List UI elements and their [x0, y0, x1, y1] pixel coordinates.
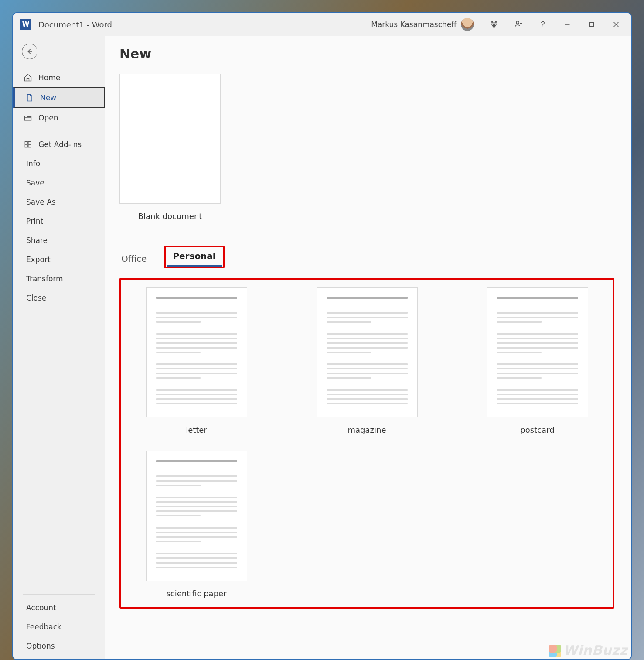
- nav-label: Home: [38, 73, 60, 82]
- svg-rect-6: [25, 141, 27, 144]
- template-thumb: [487, 287, 588, 417]
- nav-label: Share: [26, 236, 48, 245]
- svg-rect-7: [28, 141, 31, 144]
- nav-print[interactable]: Print: [13, 212, 105, 231]
- user-avatar[interactable]: [461, 18, 474, 31]
- tab-office[interactable]: Office: [119, 250, 148, 268]
- svg-rect-9: [28, 145, 31, 147]
- nav-label: Open: [38, 113, 58, 122]
- nav-label: New: [40, 93, 56, 102]
- help-icon[interactable]: [531, 14, 555, 35]
- template-thumb: [146, 287, 247, 417]
- template-thumb: [146, 451, 247, 581]
- nav-label: Get Add-ins: [38, 140, 82, 149]
- watermark: WinBuzz: [549, 643, 627, 658]
- backstage-sidebar: Home New Open Get Add-ins Info Save Save…: [13, 36, 105, 659]
- template-tabs: Office Personal: [119, 246, 614, 268]
- template-label: magazine: [348, 425, 386, 434]
- template-postcard[interactable]: postcard: [472, 287, 603, 434]
- nav-label: Save As: [26, 198, 56, 206]
- nav-home[interactable]: Home: [13, 68, 105, 87]
- template-thumb: [317, 287, 418, 417]
- template-label: postcard: [520, 425, 554, 434]
- nav-info[interactable]: Info: [13, 154, 105, 173]
- nav-label: Close: [26, 294, 46, 302]
- template-thumb: [119, 74, 221, 204]
- nav-account[interactable]: Account: [13, 598, 105, 617]
- svg-rect-3: [589, 22, 593, 26]
- new-document-icon: [25, 93, 34, 102]
- nav-feedback[interactable]: Feedback: [13, 617, 105, 636]
- nav-share[interactable]: Share: [13, 231, 105, 250]
- folder-open-icon: [24, 113, 32, 122]
- svg-rect-8: [25, 145, 27, 147]
- svg-point-0: [516, 21, 519, 24]
- personal-templates-grid: letter magazine: [119, 278, 614, 609]
- addins-grid-icon: [24, 140, 32, 149]
- template-blank-document[interactable]: Blank document: [119, 74, 221, 221]
- section-divider: [118, 235, 616, 235]
- divider: [23, 594, 95, 595]
- tab-personal[interactable]: Personal: [164, 246, 224, 268]
- template-letter[interactable]: letter: [131, 287, 262, 434]
- close-button[interactable]: [604, 14, 628, 35]
- nav-label: Save: [26, 178, 44, 187]
- template-scientific-paper[interactable]: scientific paper: [131, 451, 262, 598]
- nav-label: Feedback: [26, 622, 61, 631]
- nav-open[interactable]: Open: [13, 108, 105, 127]
- nav-label: Export: [26, 255, 51, 264]
- template-label: Blank document: [138, 212, 202, 221]
- document-title: Document1 - Word: [38, 20, 112, 29]
- nav-label: Account: [26, 603, 56, 612]
- signed-in-user: Markus Kasanmascheff: [371, 20, 457, 29]
- minimize-button[interactable]: [555, 14, 579, 35]
- template-label: scientific paper: [166, 589, 226, 598]
- nav-new[interactable]: New: [13, 87, 105, 108]
- nav-close[interactable]: Close: [13, 288, 105, 308]
- nav-label: Print: [26, 217, 43, 226]
- nav-save-as[interactable]: Save As: [13, 192, 105, 212]
- nav-transform[interactable]: Transform: [13, 269, 105, 288]
- nav-export[interactable]: Export: [13, 250, 105, 269]
- page-title: New: [119, 46, 614, 62]
- word-backstage-window: W Document1 - Word Markus Kasanmascheff: [12, 12, 632, 660]
- maximize-button[interactable]: [579, 14, 604, 35]
- back-button[interactable]: [22, 44, 37, 59]
- premium-diamond-icon[interactable]: [482, 14, 506, 35]
- word-app-icon: W: [20, 19, 31, 30]
- titlebar: W Document1 - Word Markus Kasanmascheff: [13, 13, 631, 36]
- windows-logo-icon: [549, 645, 561, 657]
- nav-label: Transform: [26, 274, 63, 283]
- share-person-icon[interactable]: [506, 14, 531, 35]
- nav-label: Info: [26, 159, 40, 168]
- divider: [23, 131, 95, 131]
- svg-point-1: [542, 27, 543, 27]
- nav-label: Options: [26, 642, 55, 650]
- home-icon: [24, 73, 32, 82]
- nav-save[interactable]: Save: [13, 173, 105, 192]
- backstage-body: Home New Open Get Add-ins Info Save Save…: [13, 36, 631, 659]
- nav-get-addins[interactable]: Get Add-ins: [13, 135, 105, 154]
- template-label: letter: [186, 425, 207, 434]
- template-magazine[interactable]: magazine: [301, 287, 433, 434]
- nav-options[interactable]: Options: [13, 636, 105, 656]
- new-page-content: New Blank document Office Personal: [105, 36, 631, 659]
